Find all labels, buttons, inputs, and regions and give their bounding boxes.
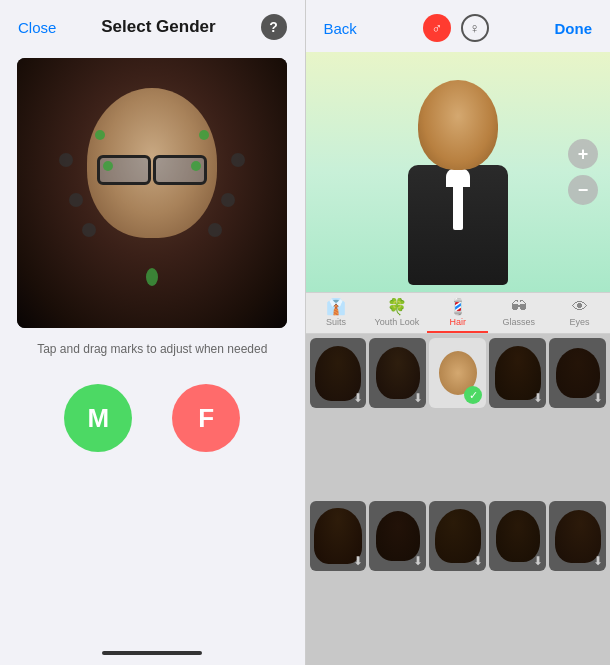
youth-look-icon: 🍀 [387,299,407,315]
landmark-dot[interactable] [69,193,83,207]
hair-item[interactable]: ⬇ [549,338,606,408]
tab-eyes[interactable]: 👁 Eyes [549,293,610,333]
landmark-dot[interactable] [221,193,235,207]
selected-checkmark: ✓ [464,386,482,404]
hair-item[interactable]: ⬇ [369,501,426,571]
landmark-dot[interactable] [208,223,222,237]
hair-item[interactable]: ⬇ [310,338,367,408]
eyes-label: Eyes [570,317,590,327]
suits-icon: 👔 [326,299,346,315]
tab-hair[interactable]: 💈 Hair [427,293,488,333]
glasses-label: Glasses [502,317,535,327]
category-tabs: 👔 Suits 🍀 Youth Look 💈 Hair 🕶 Glasses 👁 … [306,292,611,334]
tab-youth-look[interactable]: 🍀 Youth Look [366,293,427,333]
hair-item[interactable]: ⬇ [429,501,486,571]
download-icon: ⬇ [593,391,603,405]
right-header: Back ♂ ♀ Done [306,0,611,52]
download-icon: ⬇ [533,391,543,405]
avatar-figure [408,80,508,285]
tab-glasses[interactable]: 🕶 Glasses [488,293,549,333]
download-icon: ⬇ [533,554,543,568]
avatar-head-container [418,80,498,170]
suits-label: Suits [326,317,346,327]
face-photo [17,58,287,328]
landmark-dot[interactable] [231,153,245,167]
hair-item-selected[interactable]: ✓ [429,338,486,408]
hair-item[interactable]: ⬇ [489,338,546,408]
download-icon: ⬇ [413,391,423,405]
gender-selector: ♂ ♀ [423,14,489,42]
hair-item[interactable]: ⬇ [549,501,606,571]
zoom-out-button[interactable]: − [568,175,598,205]
face-photo-container [17,58,287,328]
avatar-preview: + − [306,52,611,292]
download-icon: ⬇ [353,391,363,405]
male-gender-icon[interactable]: ♂ [423,14,451,42]
male-button[interactable]: M [64,384,132,452]
left-header: Close Select Gender ? [0,0,305,50]
female-gender-icon[interactable]: ♀ [461,14,489,42]
done-button[interactable]: Done [554,20,592,37]
download-icon: ⬇ [413,554,423,568]
home-indicator [102,651,202,655]
landmark-dot[interactable] [82,223,96,237]
download-icon: ⬇ [593,554,603,568]
avatar-head [418,80,498,170]
hint-text: Tap and drag marks to adjust when needed [37,342,267,356]
tab-suits[interactable]: 👔 Suits [306,293,367,333]
zoom-controls: + − [568,139,598,205]
landmark-dot-chin[interactable] [146,268,158,286]
download-icon: ⬇ [353,554,363,568]
hair-item[interactable]: ⬇ [369,338,426,408]
hair-item[interactable]: ⬇ [310,501,367,571]
hair-icon: 💈 [448,299,468,315]
zoom-in-button[interactable]: + [568,139,598,169]
avatar-body [408,165,508,285]
hair-label: Hair [450,317,467,327]
left-panel: Close Select Gender ? [0,0,305,665]
right-panel: Back ♂ ♀ Done + − 👔 Suits 🍀 Youth Look [306,0,611,665]
gender-buttons: M F [64,384,240,452]
glasses-icon: 🕶 [511,299,527,315]
close-button[interactable]: Close [18,19,56,36]
back-button[interactable]: Back [324,20,357,37]
eyes-icon: 👁 [572,299,588,315]
youth-look-label: Youth Look [375,317,420,327]
female-button[interactable]: F [172,384,240,452]
download-icon: ⬇ [473,554,483,568]
page-title: Select Gender [101,17,215,37]
hair-item[interactable]: ⬇ [489,501,546,571]
help-button[interactable]: ? [261,14,287,40]
landmark-dot[interactable] [59,153,73,167]
hair-grid: ⬇ ⬇ ✓ ⬇ ⬇ ⬇ ⬇ [306,334,611,665]
